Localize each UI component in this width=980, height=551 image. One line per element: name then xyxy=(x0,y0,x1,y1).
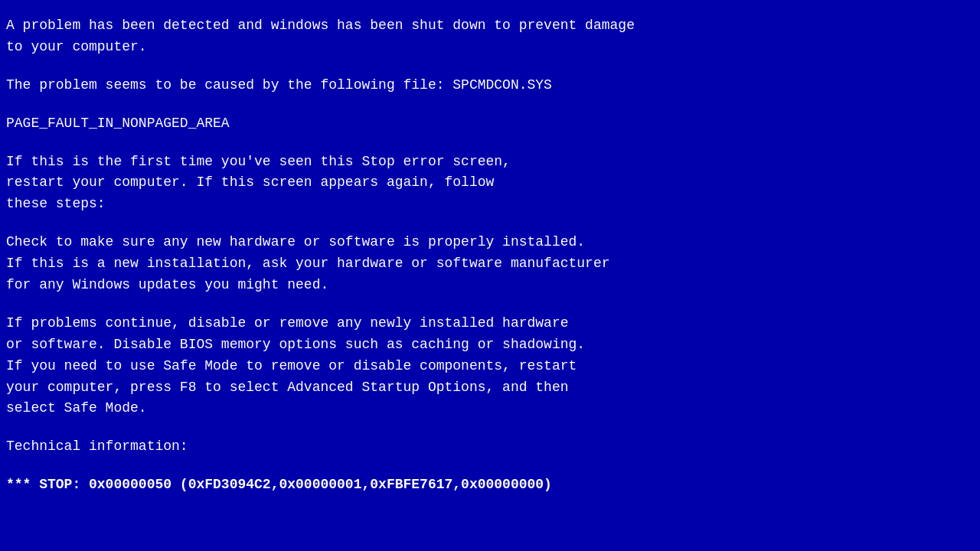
check-hardware-section: Check to make sure any new hardware or s… xyxy=(6,232,974,296)
bsod-screen: A problem has been detected and windows … xyxy=(6,15,974,496)
stop-code-section: *** STOP: 0x00000050 (0xFD3094C2,0x00000… xyxy=(6,474,974,496)
error-code-section: PAGE_FAULT_IN_NONPAGED_AREA xyxy=(6,113,974,135)
safe-mode-section: If problems continue, disable or remove … xyxy=(6,313,974,419)
technical-header-section: Technical information: xyxy=(6,436,974,458)
file-section: The problem seems to be caused by the fo… xyxy=(6,75,974,96)
intro-section: A problem has been detected and windows … xyxy=(6,15,974,58)
first-time-section: If this is the first time you've seen th… xyxy=(6,152,974,216)
